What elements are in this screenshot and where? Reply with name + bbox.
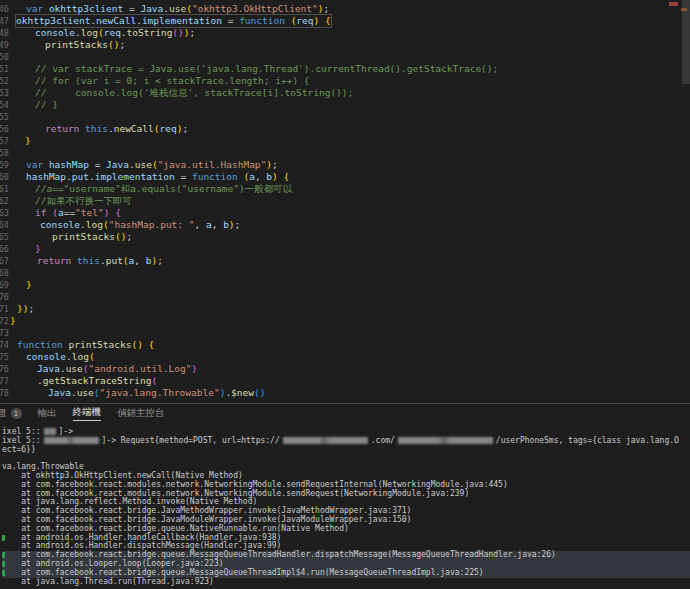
- code-line: //a=="username"和a.equals("username")一般都可…: [10, 183, 690, 195]
- minimap-error-mark: [681, 8, 687, 11]
- code-line: console.log(: [10, 351, 690, 363]
- terminal-line: at java.lang.Thread.run(Thread.java:923): [2, 578, 690, 587]
- code-line: printStacks();: [10, 39, 690, 51]
- line-number: 56: [0, 123, 10, 135]
- line-number: 48: [0, 27, 10, 39]
- line-number: 49: [0, 39, 10, 51]
- terminal-command-mark: [2, 535, 5, 541]
- tab-problems[interactable]: 題 1: [0, 404, 22, 422]
- line-number: 51: [0, 63, 10, 75]
- line-number: 52: [0, 75, 10, 87]
- code-line: console.log("hashMap.put: ", a, b);: [10, 219, 690, 231]
- line-number: 66: [0, 243, 10, 255]
- line-number: 64: [0, 219, 10, 231]
- tab-debug-console-label: 偵錯主控台: [117, 407, 165, 420]
- line-number: 67: [0, 255, 10, 267]
- line-number: 70: [0, 291, 10, 303]
- terminal-line: [2, 454, 690, 463]
- line-number: 76: [0, 363, 10, 375]
- code-line: //如果不行换一下即可: [10, 195, 690, 207]
- panel-tab-bar: 題 1 輸出 終端機 偵錯主控台: [0, 404, 690, 422]
- minimap-error-mark: [669, 2, 678, 6]
- tab-problems-label: 題: [0, 407, 7, 420]
- code-line: var hashMap = Java.use("java.util.HashMa…: [10, 159, 690, 171]
- code-line: var okhttp3client = Java.use("okhttp3.Ok…: [10, 3, 690, 15]
- code-line: console.log(req.toString());: [10, 27, 690, 39]
- line-number: 62: [0, 195, 10, 207]
- code-line: Java.use("java.lang.Throwable").$new(): [10, 387, 690, 399]
- terminal-output[interactable]: ixel 5::]-> ixel 5::]-> Request{method=P…: [0, 422, 690, 589]
- redacted-blur: [283, 437, 368, 444]
- code-line: // for (var i = 0; i < stackTrace.length…: [10, 75, 690, 87]
- line-number: 50: [0, 51, 10, 63]
- line-number: 73: [0, 327, 10, 339]
- tab-terminal-label: 終端機: [73, 406, 102, 421]
- terminal-line: ixel 5::]-> Request{method=POST, url=htt…: [2, 437, 690, 446]
- code-line: [10, 111, 690, 123]
- line-number: 65: [0, 231, 10, 243]
- code-editor[interactable]: 4647484950515253545556575859606162636465…: [0, 0, 690, 403]
- line-number: 58: [0, 147, 10, 159]
- bottom-panel: 題 1 輸出 終端機 偵錯主控台 ixel 5::]-> ixel 5::]->…: [0, 403, 690, 589]
- code-line: }: [10, 135, 690, 147]
- line-number: 46: [0, 3, 10, 15]
- redacted-blur: [44, 428, 56, 435]
- code-line: // console.log('堆栈信息', stackTrace[i].toS…: [10, 87, 690, 99]
- code-line: [10, 147, 690, 159]
- line-number-gutter: 4647484950515253545556575859606162636465…: [0, 0, 10, 403]
- vscode-window: 4647484950515253545556575859606162636465…: [0, 0, 690, 589]
- line-number: 78: [0, 387, 10, 399]
- code-line: // }: [10, 99, 690, 111]
- editor-scrollbar[interactable]: [682, 0, 690, 403]
- code-line: [10, 267, 690, 279]
- scrollbar-thumb[interactable]: [682, 0, 690, 84]
- code-line: return this.newCall(req);: [10, 123, 690, 135]
- line-number: 59: [0, 159, 10, 171]
- line-number: 77: [0, 375, 10, 387]
- line-number: 47: [0, 15, 10, 27]
- terminal-command-mark: [2, 561, 5, 567]
- line-number: 57: [0, 135, 10, 147]
- line-number: 53: [0, 87, 10, 99]
- code-lines: var okhttp3client = Java.use("okhttp3.Ok…: [10, 0, 690, 403]
- line-number: 68: [0, 267, 10, 279]
- code-line: Java.use("android.util.Log"): [10, 363, 690, 375]
- code-line: if (a=="tel") {: [10, 207, 690, 219]
- line-number: 71: [0, 303, 10, 315]
- line-number: 55: [0, 111, 10, 123]
- line-number: 75: [0, 351, 10, 363]
- code-line: .getStackTraceString(: [10, 375, 690, 387]
- terminal-command-mark: [2, 570, 5, 576]
- code-line: hashMap.put.implementation = function (a…: [10, 171, 690, 183]
- tab-terminal[interactable]: 終端機: [73, 404, 102, 422]
- line-number: 54: [0, 99, 10, 111]
- line-number: 74: [0, 339, 10, 351]
- redacted-blur: [44, 437, 99, 444]
- tab-output[interactable]: 輸出: [38, 404, 57, 422]
- line-number: 69: [0, 279, 10, 291]
- code-line: printStacks();: [10, 231, 690, 243]
- terminal-line: ect=6}}: [2, 446, 690, 455]
- code-line: // var stackTrace = Java.use('java.lang.…: [10, 63, 690, 75]
- code-line: [10, 327, 690, 339]
- code-line: [10, 51, 690, 63]
- code-line: }: [10, 315, 690, 327]
- code-line: okhttp3client.newCall.implementation = f…: [10, 15, 690, 27]
- code-line: }: [10, 243, 690, 255]
- line-number: 60: [0, 171, 10, 183]
- line-number: 61: [0, 183, 10, 195]
- problems-count-badge: 1: [11, 408, 22, 419]
- redacted-blur: [398, 437, 493, 444]
- code-line: return this.put(a, b);: [10, 255, 690, 267]
- line-number: 72: [0, 315, 10, 327]
- code-line: });: [10, 303, 690, 315]
- code-line: }: [10, 279, 690, 291]
- line-number: 63: [0, 207, 10, 219]
- code-line: function printStacks() {: [10, 339, 690, 351]
- tab-output-label: 輸出: [38, 407, 57, 420]
- tab-debug-console[interactable]: 偵錯主控台: [117, 404, 165, 422]
- code-line: [10, 291, 690, 303]
- terminal-command-mark: [2, 552, 5, 558]
